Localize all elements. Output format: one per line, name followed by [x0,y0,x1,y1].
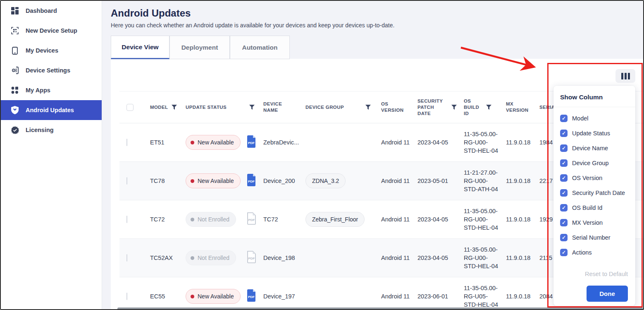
sidebar-item-device-settings[interactable]: Device Settings [1,60,102,80]
status-dot-icon [191,295,194,298]
status-dot-icon [191,256,194,260]
device-name-cell[interactable]: ZebraDevic... [262,138,305,147]
checkbox-checked-icon[interactable]: ✓ [560,130,568,137]
status-dot-icon [191,141,194,144]
row-checkbox[interactable] [126,139,127,146]
device-group-chip: Zebra_First_Floor [305,212,365,227]
horizontal-scrollbar[interactable] [117,308,643,310]
checkbox-checked-icon[interactable]: ✓ [560,249,568,256]
model-cell: ET51 [142,138,183,147]
pdf-report-icon[interactable]: PDF [246,135,257,148]
columns-icon [621,73,623,79]
row-checkbox[interactable] [126,293,127,300]
column-option-os-build-id[interactable]: ✓OS Build Id [560,200,629,215]
column-option-device-name[interactable]: ✓Device Name [560,141,629,156]
sidebar-item-dashboard[interactable]: Dashboard [1,1,102,21]
sidebar-item-label: Licensing [26,127,54,133]
checkbox-checked-icon[interactable]: ✓ [560,115,568,122]
column-option-model[interactable]: ✓Model [560,111,629,126]
svg-text:PDF: PDF [248,257,255,260]
column-header-os-build-id[interactable]: OS BUILD ID [458,98,499,117]
column-header-os-version[interactable]: OS VERSION [376,101,414,113]
sidebar: Dashboard New Device Setup My Devices De… [1,1,102,309]
os-version-cell: Android 11 [376,138,414,147]
svg-text:PDF: PDF [248,218,255,222]
mx-version-cell: 11.9.0.18 [499,138,536,147]
device-name-cell[interactable]: Device_197 [262,292,305,300]
column-option-update-status[interactable]: ✓Update Status [560,126,629,141]
column-option-security-patch-date[interactable]: ✓Security Patch Date [560,185,629,200]
checkbox-checked-icon[interactable]: ✓ [560,174,568,182]
tab-device-view[interactable]: Device View [111,36,169,59]
apps-icon [11,86,19,94]
checkbox-checked-icon[interactable]: ✓ [560,144,568,152]
tab-automation[interactable]: Automation [230,36,290,59]
device-settings-icon [11,66,19,74]
reset-to-default-link[interactable]: Reset to Default [553,271,635,277]
status-badge: New Available [186,173,241,188]
filter-icon[interactable] [486,105,491,110]
sidebar-item-label: Android Updates [26,107,74,113]
security-patch-date-cell: 2023-04-05 [414,138,458,147]
column-header-update-status[interactable]: UPDATE STATUS [183,104,241,111]
sidebar-item-android-updates[interactable]: Android Updates [1,100,102,120]
select-all-checkbox[interactable] [126,104,134,111]
filter-icon[interactable] [249,105,255,110]
os-version-cell: Android 11 [376,215,414,223]
sidebar-item-my-apps[interactable]: My Apps [1,80,102,100]
os-build-id-cell: 11-35-05.00-RG-U00-STD-HEL-04 [458,207,499,232]
row-checkbox[interactable] [126,254,127,262]
pdf-report-icon-disabled: PDF [246,251,257,263]
show-column-panel: Show Column ✓Model ✓Update Status ✓Devic… [553,86,635,306]
checkbox-checked-icon[interactable]: ✓ [560,234,568,241]
device-name-cell[interactable]: TC72 [262,215,305,223]
column-chooser-button[interactable] [615,69,635,83]
mx-version-cell: 11.9.0.18 [499,292,536,300]
phone-icon [11,46,19,55]
column-option-serial-number[interactable]: ✓Serial Number [560,230,629,245]
device-group-chip: ZDNA_3.2 [305,173,346,188]
filter-icon[interactable] [451,105,457,110]
column-header-security-patch-date[interactable]: SECURITY PATCH DATE [414,98,458,117]
column-option-os-version[interactable]: ✓OS Version [560,171,629,185]
license-badge-icon [11,126,19,134]
checkbox-checked-icon[interactable]: ✓ [560,219,568,226]
model-cell: TC78 [142,177,183,185]
mx-version-cell: 11.9.0.18 [499,177,536,185]
sidebar-item-label: My Devices [26,47,58,54]
row-checkbox[interactable] [126,216,127,223]
filter-icon[interactable] [172,105,177,110]
row-checkbox[interactable] [126,177,127,185]
tab-deployment[interactable]: Deployment [169,36,230,59]
column-header-mx-version[interactable]: MX VERSION [499,101,536,113]
checkbox-checked-icon[interactable]: ✓ [560,159,568,167]
qr-code-icon [11,26,19,35]
column-header-device-name[interactable]: DEVICE NAME [262,101,305,113]
sidebar-item-new-device-setup[interactable]: New Device Setup [1,21,102,41]
sidebar-item-licensing[interactable]: Licensing [1,120,102,140]
column-option-list: ✓Model ✓Update Status ✓Device Name ✓Devi… [553,107,635,260]
column-header-model[interactable]: MODEL [142,104,183,111]
sidebar-item-label: New Device Setup [26,27,77,34]
pdf-report-icon-disabled: PDF [246,212,257,225]
device-name-cell[interactable]: Device_198 [262,254,305,262]
checkbox-checked-icon[interactable]: ✓ [560,189,568,197]
column-header-device-group[interactable]: DEVICE GROUP [305,104,376,111]
column-option-device-group[interactable]: ✓Device Group [560,156,629,171]
column-option-mx-version[interactable]: ✓MX Version [560,215,629,230]
done-button[interactable]: Done [587,286,628,302]
column-option-actions[interactable]: ✓Actions [560,245,629,260]
device-group-cell: ZDNA_3.2 [305,173,376,188]
device-name-cell[interactable]: Device_200 [262,177,305,185]
mx-version-cell: 11.9.0.18 [499,254,536,262]
pdf-report-icon[interactable]: PDF [246,174,257,186]
os-version-cell: Android 11 [376,254,414,262]
checkbox-checked-icon[interactable]: ✓ [560,204,568,211]
mx-version-cell: 11.9.0.18 [499,215,536,223]
status-badge: Not Enrolled [186,212,236,227]
pdf-report-icon[interactable]: PDF [246,289,257,302]
security-patch-date-cell: 2023-05-01 [414,177,458,185]
filter-icon[interactable] [365,105,371,110]
device-group-cell: Zebra_First_Floor [305,212,376,227]
sidebar-item-my-devices[interactable]: My Devices [1,41,102,60]
